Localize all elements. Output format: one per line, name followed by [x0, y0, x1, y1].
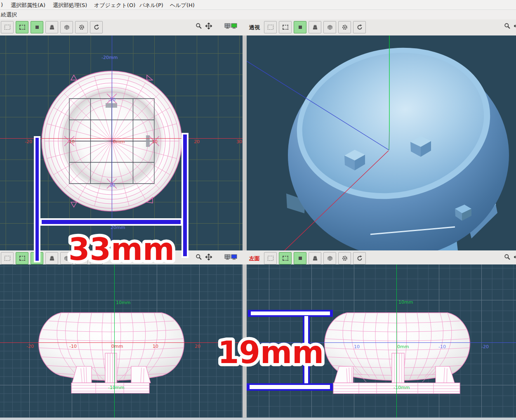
toolbar-row-top: 透視 — [0, 19, 516, 36]
cube-view-button[interactable] — [60, 21, 73, 33]
marquee-select-button[interactable] — [1, 252, 14, 264]
axis-tick: 20 — [195, 344, 200, 349]
zoom-pan-tools[interactable] — [196, 23, 212, 29]
axis-tick: 10 — [153, 344, 158, 349]
settings-button[interactable] — [338, 21, 351, 33]
rectangle-select-button[interactable] — [279, 252, 292, 264]
zoom-pan-tools[interactable] — [196, 254, 212, 260]
rotate-icon — [93, 24, 100, 31]
axis-tick: -20 — [481, 344, 489, 349]
rectangle-select-button[interactable] — [16, 252, 28, 264]
x-axis-line — [0, 342, 243, 343]
zoom-pan-tools[interactable] — [504, 254, 516, 260]
axis-tick: 10mm — [398, 300, 413, 304]
cone-select-button[interactable] — [45, 252, 58, 264]
viewport-perspective[interactable] — [247, 35, 516, 250]
svg-text:19mm: 19mm — [218, 335, 324, 370]
rectangle-select-button[interactable] — [279, 21, 292, 33]
bowl-3d-model — [284, 35, 509, 250]
quad-view-toggle[interactable] — [224, 23, 237, 29]
selection-marquee-icon — [267, 24, 274, 31]
axis-tick: 10 — [354, 344, 360, 349]
axis-tick: -10mm — [108, 385, 124, 390]
rotate-icon — [356, 24, 363, 31]
rotate-icon — [356, 255, 363, 262]
fill-select-button[interactable] — [31, 21, 43, 33]
cone-select-button[interactable] — [309, 252, 321, 264]
marquee-select-button[interactable] — [264, 21, 277, 33]
rectangle-select-icon — [19, 255, 26, 262]
axis-tick: 10 — [109, 183, 115, 187]
height-dimension-top-bar — [248, 310, 333, 317]
cube-view-button[interactable] — [323, 21, 336, 33]
fill-select-icon — [34, 24, 40, 31]
cone-select-icon — [49, 255, 55, 262]
menu-bar: ) 選択部属性(A) 選択部処理(S) オブジェクト(O) パネル(P) ヘルプ… — [0, 0, 516, 10]
cube-view-button[interactable] — [323, 252, 336, 264]
mode-label[interactable]: 続選択 — [1, 11, 17, 19]
marquee-select-button[interactable] — [264, 252, 277, 264]
rotate-view-button[interactable] — [353, 21, 366, 33]
dual-monitor-icon — [224, 254, 237, 260]
axis-tick: -10mm — [393, 385, 410, 390]
cone-select-button[interactable] — [45, 21, 58, 33]
cone-select-icon — [312, 24, 318, 31]
gear-icon — [78, 24, 85, 31]
pan-arrows-icon — [514, 23, 516, 29]
app-window: ) 選択部属性(A) 選択部処理(S) オブジェクト(O) パネル(P) ヘルプ… — [0, 0, 516, 420]
axis-tick: -20mm — [101, 55, 118, 60]
magnifier-icon — [196, 23, 203, 29]
magnifier-icon — [504, 23, 511, 29]
fill-select-button[interactable] — [294, 252, 306, 264]
left-view-label: 左面 — [249, 255, 260, 262]
selection-marquee-icon — [267, 255, 274, 262]
svg-text:33mm: 33mm — [68, 231, 174, 267]
axis-tick: 0mm — [111, 344, 123, 349]
selection-marquee-icon — [4, 24, 11, 31]
quad-view-toggle[interactable] — [224, 254, 237, 260]
mode-bar: 続選択 — [0, 10, 516, 20]
menu-item-help[interactable]: ヘルプ(H) — [170, 2, 195, 9]
magnifier-icon — [504, 254, 511, 260]
axis-tick: 0mm — [397, 344, 409, 349]
cube-view-icon — [327, 255, 333, 262]
menu-item-object[interactable]: オブジェクト(O) — [94, 2, 135, 9]
width-dimension-crossbar — [40, 218, 182, 226]
pane-splitter-vertical[interactable] — [243, 35, 247, 250]
y-axis-line — [396, 264, 397, 418]
viewport-front-view[interactable]: -20 -10 0mm 10 20 10mm -10mm — [0, 264, 243, 418]
axis-tick: 0mm — [113, 139, 125, 144]
cube-view-icon — [64, 24, 70, 31]
axis-tick: 30 — [236, 139, 242, 144]
fill-select-button[interactable] — [294, 21, 306, 33]
menu-item-panel[interactable]: パネル(P) — [139, 2, 163, 9]
width-dimension-label: 33mm — [65, 228, 168, 271]
axis-tick: 20 — [194, 139, 200, 144]
gear-icon — [342, 24, 348, 31]
axis-tick: -10 — [67, 139, 75, 144]
rectangle-select-button[interactable] — [16, 21, 28, 33]
zoom-pan-tools[interactable] — [504, 23, 516, 29]
height-dimension-bottom-bar — [247, 383, 333, 391]
rotate-view-button[interactable] — [90, 21, 103, 33]
menu-item-truncated[interactable]: ) — [1, 2, 3, 8]
axis-tick: 10mm — [116, 300, 130, 305]
settings-button[interactable] — [338, 252, 351, 264]
cube-view-icon — [327, 24, 333, 31]
axis-tick: -20 — [26, 344, 34, 349]
selection-marquee-icon — [4, 255, 11, 262]
pan-arrows-icon — [514, 254, 516, 260]
cone-select-icon — [312, 255, 318, 262]
rotate-view-button[interactable] — [353, 252, 366, 264]
settings-button[interactable] — [75, 21, 88, 33]
toolbar-top-left-pane — [0, 19, 243, 35]
axis-tick: -10 — [108, 97, 115, 102]
front-view-canvas — [0, 264, 243, 418]
menu-item-selection-attr[interactable]: 選択部属性(A) — [11, 2, 45, 9]
cone-select-button[interactable] — [309, 21, 321, 33]
y-axis-line — [114, 264, 115, 418]
gear-icon — [342, 255, 348, 262]
menu-item-selection-proc[interactable]: 選択部処理(S) — [53, 2, 87, 9]
magnifier-icon — [196, 254, 203, 260]
marquee-select-button[interactable] — [1, 21, 14, 33]
